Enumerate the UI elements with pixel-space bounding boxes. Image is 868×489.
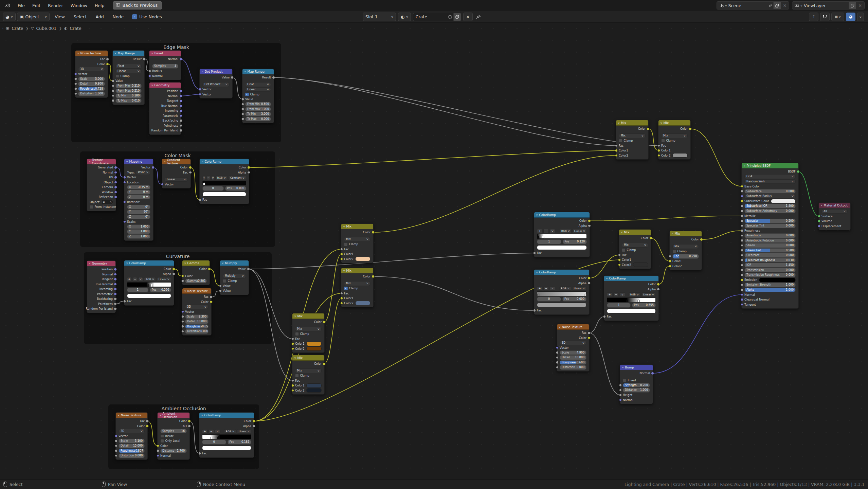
stop-index-field[interactable]: 0 — [202, 440, 226, 445]
input-socket[interactable] — [115, 445, 118, 448]
node-noise-texture[interactable]: ∨Noise TextureFacColor3D∨VectorScale4.90… — [557, 324, 590, 372]
node-mix[interactable]: ∨MixColorMix∨ ClampFac0.250Color1Color2 — [669, 231, 702, 270]
input-socket[interactable] — [157, 454, 160, 457]
snap-magnet-toggle[interactable] — [820, 13, 830, 21]
field-x[interactable]: X-0.75 m — [127, 185, 150, 190]
node-geometry[interactable]: ∨GeometryPositionNormalTangentTrue Norma… — [87, 260, 116, 313]
output-socket[interactable] — [179, 109, 182, 112]
dropdown-3d[interactable]: 3D∨ — [185, 305, 209, 309]
output-socket[interactable] — [179, 124, 182, 127]
input-socket[interactable] — [615, 149, 618, 152]
menu-view[interactable]: View — [51, 14, 69, 19]
output-socket[interactable] — [114, 283, 117, 286]
field-alpha[interactable]: Alpha1.000 — [744, 288, 796, 292]
node-geometry[interactable]: ∨GeometryPositionNormalTangentTrue Norma… — [149, 82, 181, 135]
node-noise-texture[interactable]: ∨Noise TextureFacColor3D∨VectorScale5.00… — [75, 50, 108, 98]
input-socket[interactable] — [291, 389, 294, 392]
dropdown-subsurface-radius[interactable]: Subsurface Radius∨ — [744, 194, 796, 199]
input-socket[interactable] — [669, 260, 672, 263]
ramp-stop-handle[interactable] — [150, 284, 153, 287]
input-socket[interactable] — [741, 239, 744, 242]
color-mode-dropdown[interactable]: RGB ∨ — [629, 292, 640, 297]
output-socket[interactable] — [179, 105, 182, 108]
field-from-min[interactable]: From Min0.690 — [245, 102, 271, 107]
add-stop-button[interactable]: + — [202, 429, 207, 434]
checkbox-clamp[interactable] — [622, 248, 626, 252]
node-texture-coordinate[interactable]: ∨Texture CoordinateGeneratedNormalUVObje… — [87, 159, 116, 211]
node-mapping[interactable]: ∨MappingVectorType: Point∨VectorLocation… — [124, 159, 153, 241]
input-socket[interactable] — [291, 338, 294, 341]
new-scene-button[interactable] — [773, 2, 781, 9]
output-socket[interactable] — [797, 170, 800, 173]
checkbox-inside[interactable] — [160, 434, 164, 438]
stop-position-field[interactable]: Pos0.000 — [225, 186, 247, 191]
ramp-stop-handle[interactable] — [147, 284, 149, 287]
input-socket[interactable] — [157, 445, 160, 448]
ramp-stop-handle[interactable] — [537, 236, 539, 239]
output-socket[interactable] — [114, 307, 117, 310]
dropdown-linear[interactable]: Linear∨ — [245, 87, 271, 92]
output-socket[interactable] — [114, 166, 117, 169]
field-roughness[interactable]: Roughness0.728 — [78, 87, 105, 91]
output-socket[interactable] — [587, 331, 591, 334]
node-gradient-texture[interactable]: ∨Gradient TextureColorFacLinear∨Vector — [162, 159, 191, 188]
node-colorramp[interactable]: ∨ColorRampColorAlpha+ − ∨ RGB ∨ Linear ∨… — [534, 212, 590, 257]
color-mode-dropdown[interactable]: RGB ∨ — [144, 277, 156, 282]
input-socket[interactable] — [74, 73, 77, 76]
output-socket[interactable] — [657, 283, 660, 286]
output-socket[interactable] — [210, 301, 213, 304]
color-swatch-color2[interactable] — [306, 388, 322, 393]
dropdown-3d[interactable]: 3D∨ — [119, 429, 145, 434]
input-socket[interactable] — [181, 320, 184, 323]
ramp-options-dropdown[interactable]: ∨ — [550, 286, 555, 291]
menu-add[interactable]: Add — [92, 14, 107, 19]
field-distortion[interactable]: Distortion0.000 — [119, 453, 145, 458]
add-stop-button[interactable]: + — [202, 176, 206, 180]
input-socket[interactable] — [619, 389, 622, 392]
field-to-min[interactable]: To Min0.180 — [115, 93, 142, 98]
checkbox-clamp[interactable] — [344, 242, 348, 246]
field-detail[interactable]: Detail15.000 — [119, 443, 145, 448]
dropdown-mix[interactable]: Mix∨ — [344, 237, 370, 242]
output-socket[interactable] — [114, 278, 117, 281]
input-socket[interactable] — [74, 77, 77, 80]
color-mode-dropdown[interactable]: RGB ∨ — [215, 176, 227, 180]
output-socket[interactable] — [114, 303, 117, 306]
field-scale[interactable]: Scale5.000 — [78, 77, 105, 82]
collapse-icon[interactable]: ∨ — [184, 290, 186, 292]
input-socket[interactable] — [818, 215, 821, 218]
output-socket[interactable] — [172, 273, 175, 276]
output-socket[interactable] — [114, 196, 117, 199]
node-bevel[interactable]: ∨BevelNormalSamples4RadiusNormal — [149, 50, 181, 80]
collapse-icon[interactable]: ∨ — [559, 326, 561, 328]
output-socket[interactable] — [146, 425, 149, 428]
input-socket[interactable] — [619, 399, 622, 402]
ramp-gradient-bar[interactable] — [127, 282, 171, 287]
output-socket[interactable] — [172, 268, 175, 271]
color-swatch-color2[interactable] — [306, 346, 322, 351]
input-socket[interactable] — [74, 83, 77, 86]
node-colorramp[interactable]: ∨ColorRampColorAlpha+ − ∨ RGB ∨ Linear ∨… — [124, 260, 174, 306]
checkbox-clamp[interactable]: ✓ — [245, 93, 249, 96]
checkbox-clamp[interactable] — [115, 74, 119, 78]
stop-color-swatch[interactable] — [537, 245, 587, 250]
output-socket[interactable] — [247, 268, 250, 271]
menu-render[interactable]: Render — [44, 3, 67, 8]
checkbox-clamp[interactable] — [223, 279, 227, 283]
input-socket[interactable] — [618, 254, 621, 257]
field-clearcoat[interactable]: Clearcoat0.000 — [744, 253, 796, 258]
color-swatch-subsurface-color[interactable] — [771, 199, 796, 203]
input-socket[interactable] — [219, 289, 222, 292]
ramp-options-dropdown[interactable]: ∨ — [215, 429, 220, 434]
field-x[interactable]: X0° — [127, 205, 150, 210]
field-fac[interactable]: Fac0.250 — [672, 254, 699, 259]
field-clearcoat-roughness[interactable]: Clearcoat Roughness0.030 — [744, 258, 796, 263]
node-colorramp[interactable]: ∨ColorRampColorAlpha+ − ∨ RGB ∨ Linear ∨… — [199, 412, 254, 458]
ramp-stop-handle[interactable] — [542, 236, 544, 239]
field-specular-tint[interactable]: Specular Tint0.000 — [744, 223, 796, 228]
add-stop-button[interactable]: + — [537, 229, 542, 233]
output-socket[interactable] — [151, 166, 155, 169]
output-socket[interactable] — [114, 191, 117, 194]
node-mix[interactable]: ∨MixColorMix∨ ClampFacColor1Color2 — [619, 229, 651, 269]
interpolation-dropdown[interactable]: Linear ∨ — [573, 229, 587, 233]
